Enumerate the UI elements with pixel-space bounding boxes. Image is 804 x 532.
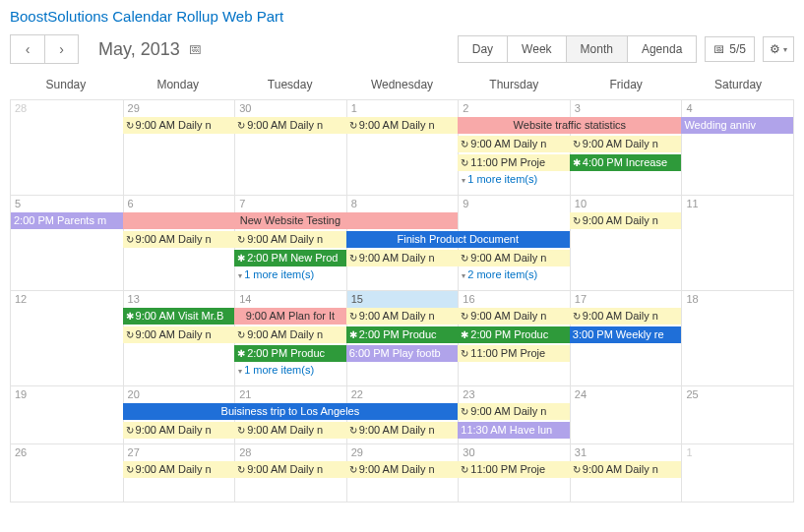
event[interactable]: ↻9:00 AM Daily n [458,308,570,325]
events-overlay: ↻9:00 AM Daily n↻9:00 AM Daily n↻9:00 AM… [11,461,793,480]
event-label: 9:00 AM Visit Mr.B [136,310,224,322]
month-text: May, 2013 [98,39,180,60]
event[interactable]: ↻9:00 AM Daily n [570,136,682,152]
event[interactable]: 6:00 PM Play footb [346,345,459,362]
event-label: 9:00 AM Daily n [359,119,435,131]
event[interactable]: ↻9:00 AM Daily n [234,461,346,478]
event[interactable]: ↻9:00 AM Daily n [234,326,346,343]
more-items-link[interactable]: ▾1 more item(s) [458,173,570,185]
event[interactable]: ↻9:00 AM Daily n [346,250,459,266]
event[interactable]: 9:00 AM Plan for It [234,308,346,325]
event[interactable]: ✱2:00 PM Produc [346,326,459,343]
more-items-label: 2 more item(s) [467,268,537,280]
week-row: 19202122232425Buisiness trip to Los Ange… [11,385,793,443]
recurring-icon: ↻ [461,154,468,171]
prev-button[interactable]: ‹ [11,35,44,63]
event[interactable]: ✱2:00 PM Produc [234,345,346,362]
next-button[interactable]: › [44,35,78,63]
event[interactable]: New Website Testing [123,212,459,229]
event-type-icon: ✱ [349,326,357,343]
more-items-link[interactable]: ▾2 more item(s) [458,268,570,280]
event[interactable]: Buisiness trip to Los Angeles [123,403,459,420]
event[interactable]: Wedding anniv [681,117,793,134]
event-type-icon: ✱ [573,154,581,171]
recurring-icon: ↻ [573,212,581,229]
event[interactable]: 11:30 AM Have lun [458,422,570,439]
event[interactable]: ↻11:00 PM Proje [458,461,570,478]
event[interactable]: ✱4:00 PM Increase [570,154,682,171]
tab-agenda[interactable]: Agenda [627,36,696,62]
event[interactable]: ↻9:00 AM Daily n [458,250,570,266]
tab-day[interactable]: Day [459,36,507,62]
calendar-count[interactable]: 📅︎ 5/5 [705,36,755,62]
event[interactable]: Finish Product Document [346,231,570,248]
calendar-icon[interactable]: 📅︎ [188,41,202,57]
event-label: Finish Product Document [398,233,520,245]
event[interactable]: ↻9:00 AM Daily n [123,231,235,248]
event[interactable]: ↻9:00 AM Daily n [123,117,235,134]
tab-week[interactable]: Week [507,36,565,62]
day-header: Thursday [458,72,570,99]
event[interactable]: ✱2:00 PM New Prod [234,250,346,266]
gear-icon: ⚙ [770,42,780,56]
day-header: Friday [570,72,682,99]
event[interactable]: ↻9:00 AM Daily n [234,422,346,439]
event-label: Buisiness trip to Los Angeles [221,405,360,417]
event-row: ↻11:00 PM Proje✱4:00 PM Increase [11,154,793,172]
event[interactable]: ↻9:00 AM Daily n [123,422,235,439]
event[interactable]: ↻9:00 AM Daily n [234,231,346,248]
event[interactable]: ↻9:00 AM Daily n [123,461,235,478]
event-label: 9:00 AM Daily n [136,328,212,340]
date-number: 10 [571,196,682,212]
recurring-icon: ↻ [126,231,134,248]
calendar-grid: 2829301234↻9:00 AM Daily n↻9:00 AM Daily… [10,99,794,502]
date-number: 26 [11,444,123,461]
recurring-icon: ↻ [126,422,134,439]
more-items-link[interactable]: ▾1 more item(s) [234,364,346,376]
event[interactable]: ↻9:00 AM Daily n [123,326,235,343]
event[interactable]: ↻9:00 AM Daily n [570,212,682,229]
tab-month[interactable]: Month [566,36,627,62]
event[interactable]: ↻9:00 AM Daily n [346,117,459,134]
event[interactable]: ↻9:00 AM Daily n [458,136,570,152]
event[interactable]: Website traffic statistics [458,117,681,134]
date-number: 18 [682,291,793,308]
event[interactable]: ↻9:00 AM Daily n [570,308,682,325]
event[interactable]: ↻9:00 AM Daily n [234,117,346,134]
event-label: 9:00 AM Daily n [583,463,658,475]
event[interactable]: 3:00 PM Weekly re [570,326,682,343]
event[interactable]: 2:00 PM Parents m [11,212,123,229]
recurring-icon: ↻ [461,136,468,152]
recurring-icon: ↻ [461,308,468,325]
settings-button[interactable]: ⚙ ▾ [763,36,794,62]
event[interactable]: ↻9:00 AM Daily n [570,461,682,478]
events-overlay: ↻9:00 AM Daily n↻9:00 AM Daily n↻9:00 AM… [11,117,793,192]
event-row: 2:00 PM Parents mNew Website Testing↻9:0… [11,212,793,230]
more-items-label: 1 more item(s) [467,173,537,185]
event-label: Wedding anniv [684,119,756,131]
event[interactable]: ↻9:00 AM Daily n [346,422,459,439]
event-label: 9:00 AM Daily n [359,463,435,475]
event[interactable]: ✱9:00 AM Visit Mr.B [123,308,235,325]
event-row: ↻9:00 AM Daily n↻9:00 AM Daily nFinish P… [11,231,793,249]
recurring-icon: ↻ [349,461,357,478]
event[interactable]: ↻11:00 PM Proje [458,345,570,362]
event[interactable]: ↻9:00 AM Daily n [346,461,459,478]
month-label: May, 2013 📅︎ [98,39,202,60]
event-row: ↻9:00 AM Daily n↻9:00 AM Daily n↻9:00 AM… [11,461,793,479]
event[interactable]: ↻9:00 AM Daily n [458,403,570,420]
event-type-icon: ✱ [237,345,245,362]
event-label: 2:00 PM Produc [359,328,437,340]
week-row: 2829301234↻9:00 AM Daily n↻9:00 AM Daily… [11,99,793,195]
day-header: Sunday [10,72,122,99]
event[interactable]: ✱2:00 PM Produc [458,326,570,343]
event[interactable]: ↻11:00 PM Proje [458,154,570,171]
event-label: 9:00 AM Daily n [583,310,658,322]
event[interactable]: ↻9:00 AM Daily n [346,308,459,325]
date-number: 15 [347,291,459,308]
recurring-icon: ↻ [461,250,468,266]
event-row: ↻9:00 AM Daily n↻9:00 AM Daily n✱2:00 PM… [11,326,793,344]
date-number: 13 [124,291,235,308]
more-items-link[interactable]: ▾1 more item(s) [234,268,346,280]
event-row: Buisiness trip to Los Angeles↻9:00 AM Da… [11,403,793,421]
